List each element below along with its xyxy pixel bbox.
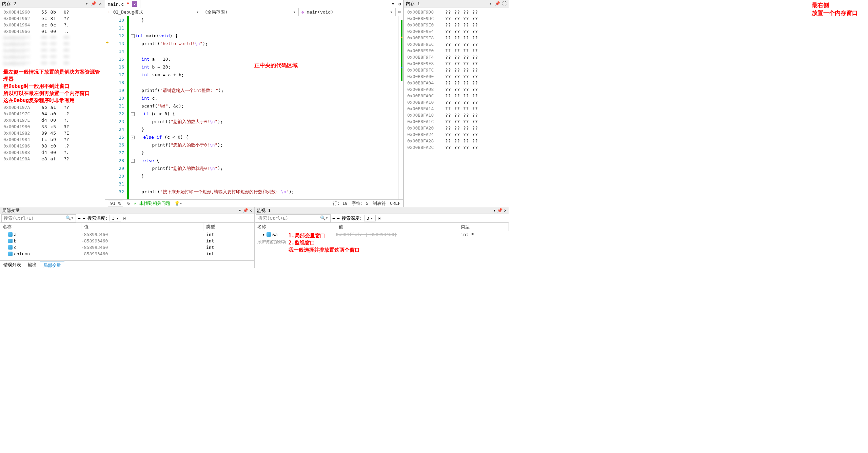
nav-prev-icon[interactable]: ← — [333, 216, 335, 221]
locals-panel: 局部变量 ▾ 📌 ✕ 搜索(Ctrl+E) 🔍▾ ← → 搜索深度: 3▾ ⎘ … — [0, 207, 255, 268]
col-value[interactable]: 值 — [81, 223, 203, 231]
locals-search-input[interactable]: 搜索(Ctrl+E) 🔍▾ — [1, 214, 76, 222]
tool-icon[interactable]: ⎘ — [123, 216, 126, 221]
dropdown-icon[interactable]: ▾ — [493, 208, 496, 213]
depth-label: 搜索深度: — [87, 215, 108, 221]
chevron-down-icon: ▾ — [196, 9, 199, 15]
lightbulb-icon[interactable]: 💡▾ — [174, 201, 182, 206]
pin-icon[interactable]: 📌 — [243, 208, 248, 213]
breakpoint-gutter[interactable]: ➜ — [105, 16, 111, 199]
close-icon[interactable]: ✕ — [132, 1, 137, 7]
watch-toolbar: 搜索(Ctrl+E) 🔍▾ ← → 搜索深度: 3▾ ⎘ — [255, 214, 509, 223]
memory-2-title: 内存 2 — [2, 1, 82, 7]
code-editor: main.c 📍 ✕ ▾ ⚙ ⊞ 02_Debug模式 ▾ (全局范围) ▾ ⬘… — [105, 0, 403, 207]
memory-2-body[interactable]: 0x00D4196055 8bU?0x00D41962ec 81??0x00D4… — [0, 7, 105, 207]
dropdown-icon[interactable]: ▾ — [488, 1, 493, 6]
col-value[interactable]: 值 — [336, 223, 458, 231]
memory-2-header: 内存 2 ▾ 📌 ✕ — [0, 0, 105, 7]
execution-arrow-icon: ➜ — [106, 40, 108, 45]
status-eol[interactable]: CRLF — [390, 201, 400, 206]
local-row[interactable]: c-858993460int — [0, 244, 254, 251]
local-row[interactable]: a-858993460int — [0, 231, 254, 238]
file-scope-select[interactable]: (全局范围) ▾ — [202, 8, 299, 16]
depth-label: 搜索深度: — [342, 215, 362, 221]
local-row[interactable]: column-858993460int — [0, 251, 254, 257]
watch-column-headers: 名称 值 类型 — [255, 223, 509, 231]
annotation-left: 最左侧一般情况下放置的是解决方案资源管理器但Debug时一般用不到此窗口所以可以… — [3, 68, 105, 104]
close-icon[interactable]: ✕ — [98, 1, 103, 6]
col-name[interactable]: 名称 — [0, 223, 81, 231]
locals-body[interactable]: a-858993460intb-858993460intc-858993460i… — [0, 231, 254, 260]
memory-1-header: 内存 1 ▾ 📌 ⛶ — [404, 0, 509, 7]
search-icon: 🔍▾ — [320, 215, 328, 221]
status-line[interactable]: 行: 18 — [333, 200, 348, 206]
locals-column-headers: 名称 值 类型 — [0, 223, 254, 231]
col-name[interactable]: 名称 — [255, 223, 336, 231]
annotation-center: 正中央的代码区域 — [254, 62, 298, 69]
watch-header: 监视 1 ▾ 📌 ✕ — [255, 207, 509, 214]
dropdown-icon[interactable]: ▾ — [390, 0, 396, 8]
refresh-icon[interactable]: ↻ — [127, 201, 130, 206]
dropdown-icon[interactable]: ▾ — [239, 208, 241, 213]
tab-error-list[interactable]: 错误列表 — [0, 261, 24, 268]
editor-scope-bar: ⊞ 02_Debug模式 ▾ (全局范围) ▾ ⬘ main(void) ▾ ⊞ — [105, 8, 403, 16]
scroll-minimap[interactable] — [398, 16, 403, 199]
code-viewport[interactable]: ➜ 10111213141516171819202122232425262728… — [105, 16, 403, 199]
pin-icon[interactable]: 📌 — [91, 1, 96, 6]
locals-title: 局部变量 — [2, 208, 237, 214]
memory-1-title: 内存 1 — [406, 1, 486, 7]
tab-main-c[interactable]: main.c 📍 ✕ — [105, 0, 140, 8]
close-icon[interactable]: ✕ — [250, 208, 252, 213]
function-scope-select[interactable]: ⬘ main(void) ▾ — [299, 8, 396, 16]
editor-status-bar: 91 % ↻ ✓ 未找到相关问题 💡▾ 行: 18 字符: 5 制表符 CRLF — [105, 199, 403, 207]
pin-icon[interactable]: 📌 — [497, 208, 502, 213]
variable-icon — [267, 232, 271, 237]
nav-prev-icon[interactable]: ← — [78, 216, 81, 221]
code-text[interactable]: 正中央的代码区域 }-int main(void) { printf("hell… — [129, 16, 398, 199]
dropdown-icon[interactable]: ▾ — [84, 1, 89, 6]
project-scope-select[interactable]: ⊞ 02_Debug模式 ▾ — [105, 8, 202, 16]
depth-select[interactable]: 3▾ — [110, 215, 121, 221]
status-char[interactable]: 字符: 5 — [352, 200, 368, 206]
chevron-down-icon: ▾ — [390, 9, 393, 15]
maximize-icon[interactable]: ⛶ — [502, 1, 507, 6]
split-icon[interactable]: ⊞ — [396, 8, 403, 16]
settings-icon[interactable]: ⚙ — [396, 0, 403, 8]
chevron-down-icon: ▾ — [293, 9, 296, 15]
annotation-bottom: 下方只要保留2个最重要的窗口即可:1.局部变量窗口2.监视窗口我一般选择并排放置… — [289, 231, 371, 254]
memory-1-body[interactable]: 0x00B8F9D8?? ?? ?? ??0x00B8F9DC?? ?? ?? … — [404, 7, 509, 207]
locals-toolbar: 搜索(Ctrl+E) 🔍▾ ← → 搜索深度: 3▾ ⎘ — [0, 214, 254, 223]
expand-icon[interactable]: ▸ — [263, 232, 265, 237]
bottom-tab-strip: 错误列表 输出 局部变量 — [0, 260, 254, 268]
locals-header: 局部变量 ▾ 📌 ✕ — [0, 207, 254, 214]
watch-body[interactable]: ▸&a 0x004ffcfc {-858993460} int * 添加要监视的… — [255, 231, 509, 268]
watch-search-input[interactable]: 搜索(Ctrl+E) 🔍▾ — [256, 214, 331, 222]
pin-icon[interactable]: 📌 — [495, 1, 500, 6]
local-row[interactable]: b-858993460int — [0, 238, 254, 244]
tab-locals[interactable]: 局部变量 — [40, 261, 64, 268]
tab-label: main.c — [108, 2, 124, 7]
zoom-select[interactable]: 91 % — [108, 200, 123, 206]
close-icon[interactable]: ✕ — [504, 208, 507, 213]
search-icon: 🔍▾ — [65, 215, 74, 221]
watch-panel: 监视 1 ▾ 📌 ✕ 搜索(Ctrl+E) 🔍▾ ← → 搜索深度: 3▾ ⎘ … — [255, 207, 509, 268]
pin-icon[interactable]: 📍 — [126, 2, 130, 6]
memory-panel-1: 内存 1 ▾ 📌 ⛶ 0x00B8F9D8?? ?? ?? ??0x00B8F9… — [403, 0, 509, 207]
nav-next-icon[interactable]: → — [83, 216, 85, 221]
watch-title: 监视 1 — [257, 208, 492, 214]
tool-icon[interactable]: ⎘ — [378, 216, 380, 221]
check-icon: ✓ — [134, 201, 137, 206]
editor-tabs: main.c 📍 ✕ ▾ ⚙ — [105, 0, 403, 8]
status-indent[interactable]: 制表符 — [373, 200, 386, 206]
col-type[interactable]: 类型 — [203, 223, 254, 231]
col-type[interactable]: 类型 — [458, 223, 509, 231]
no-issues-label: 未找到相关问题 — [139, 201, 170, 206]
tab-output[interactable]: 输出 — [24, 261, 40, 268]
depth-select[interactable]: 3▾ — [364, 215, 376, 221]
memory-panel-2: 内存 2 ▾ 📌 ✕ 0x00D4196055 8bU?0x00D41962ec… — [0, 0, 105, 207]
line-number-gutter: 1011121314151617181920212223242526272829… — [111, 16, 127, 199]
nav-next-icon[interactable]: → — [337, 216, 340, 221]
